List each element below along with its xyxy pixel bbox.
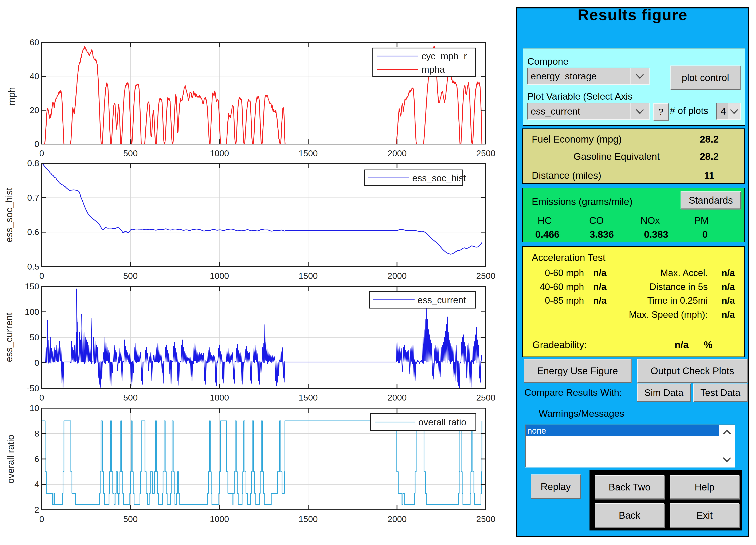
- svg-text:8: 8: [34, 429, 39, 438]
- svg-text:40: 40: [30, 71, 39, 81]
- svg-text:4: 4: [34, 479, 39, 489]
- svg-text:60: 60: [30, 38, 39, 47]
- svg-text:2500: 2500: [476, 393, 495, 402]
- svg-text:cyc_mph_r: cyc_mph_r: [422, 51, 467, 61]
- svg-text:1000: 1000: [210, 514, 229, 524]
- svg-text:10: 10: [30, 403, 39, 413]
- svg-text:2000: 2000: [387, 149, 407, 158]
- svg-text:ess_current: ess_current: [418, 295, 466, 305]
- svg-text:1500: 1500: [298, 271, 318, 281]
- svg-text:ess_soc_hist: ess_soc_hist: [4, 188, 14, 243]
- svg-text:1500: 1500: [298, 149, 318, 158]
- svg-text:mpha: mpha: [422, 64, 445, 75]
- svg-text:500: 500: [123, 514, 138, 524]
- svg-text:-50: -50: [27, 383, 39, 393]
- svg-text:500: 500: [123, 393, 138, 402]
- svg-text:mph: mph: [6, 87, 17, 106]
- svg-text:2000: 2000: [387, 271, 407, 281]
- svg-text:50: 50: [30, 332, 39, 342]
- svg-text:6: 6: [34, 454, 39, 464]
- svg-text:2000: 2000: [387, 393, 407, 402]
- svg-text:2500: 2500: [476, 271, 495, 281]
- svg-text:150: 150: [25, 281, 39, 291]
- svg-text:0.8: 0.8: [27, 158, 39, 168]
- svg-text:overall ratio: overall ratio: [418, 417, 466, 427]
- svg-text:ess_soc_hist: ess_soc_hist: [412, 173, 466, 183]
- svg-text:0: 0: [34, 358, 39, 368]
- svg-text:500: 500: [123, 271, 138, 281]
- svg-text:0: 0: [39, 514, 44, 524]
- svg-text:0.6: 0.6: [27, 227, 39, 237]
- svg-text:2500: 2500: [476, 514, 495, 524]
- svg-text:1500: 1500: [298, 514, 318, 524]
- svg-text:1000: 1000: [210, 271, 229, 281]
- svg-text:0.7: 0.7: [27, 193, 39, 203]
- svg-text:ess_current: ess_current: [4, 312, 14, 362]
- svg-text:1000: 1000: [210, 393, 229, 402]
- svg-text:1000: 1000: [210, 149, 229, 158]
- svg-text:0.5: 0.5: [27, 262, 39, 272]
- svg-text:0: 0: [39, 393, 44, 402]
- svg-text:500: 500: [123, 149, 138, 158]
- svg-text:0: 0: [39, 149, 44, 158]
- svg-text:overall ratio: overall ratio: [5, 435, 16, 484]
- svg-text:2500: 2500: [476, 149, 495, 158]
- svg-text:1500: 1500: [298, 393, 318, 402]
- svg-text:100: 100: [25, 307, 39, 317]
- svg-text:0: 0: [34, 139, 39, 149]
- svg-text:2000: 2000: [387, 514, 407, 524]
- svg-text:0: 0: [39, 271, 44, 281]
- svg-text:20: 20: [30, 105, 39, 115]
- svg-text:2: 2: [34, 505, 39, 515]
